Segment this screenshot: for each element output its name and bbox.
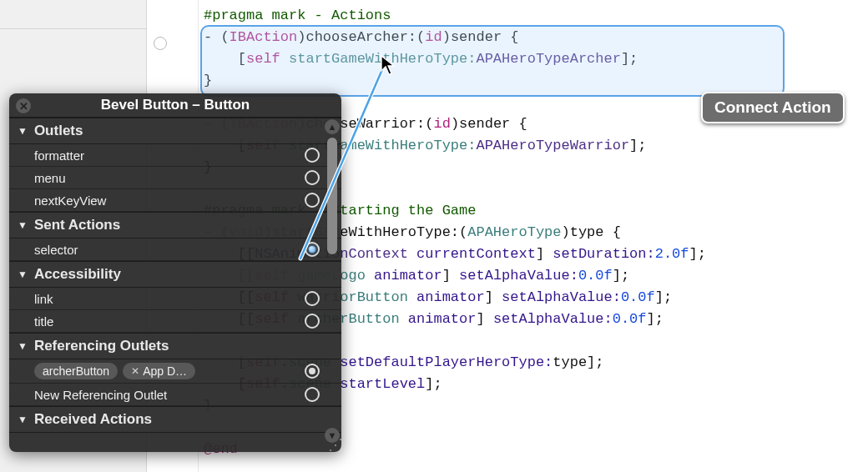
section-label: Accessibility: [34, 266, 121, 283]
connection-well-icon[interactable]: [305, 148, 320, 163]
disclosure-triangle-icon[interactable]: ▼: [18, 414, 28, 425]
ibaction-keyword: IBAction: [230, 29, 298, 45]
outlet-label: nextKeyView: [34, 193, 106, 208]
connection-pill[interactable]: archerButton: [34, 363, 118, 379]
section-label: Outlets: [34, 123, 83, 139]
param: sender {: [451, 29, 519, 45]
sidebar-divider: [0, 28, 146, 29]
connection-well-icon[interactable]: [305, 242, 320, 257]
hud-body: ▼ Outlets formatter menu nextKeyView ▼ S…: [9, 118, 341, 451]
section-referencing-outlets[interactable]: ▼ Referencing Outlets: [9, 333, 341, 359]
param: type {: [570, 224, 621, 240]
number-literal: 0.0f: [621, 289, 655, 305]
arg: type: [553, 354, 587, 370]
connection-well-icon[interactable]: [305, 291, 320, 306]
outlet-label: formatter: [34, 148, 84, 163]
text: ];: [647, 311, 664, 327]
id-keyword: id: [433, 116, 450, 132]
scroll-thumb[interactable]: [327, 138, 337, 254]
type-name: APAHeroType: [467, 224, 561, 240]
param: sender {: [459, 116, 527, 132]
method: setDuration:: [553, 246, 654, 262]
method: animator: [408, 289, 485, 305]
pill-label: archerButton: [43, 364, 109, 378]
method: currentContext: [408, 246, 536, 262]
section-label: Referencing Outlets: [34, 338, 169, 354]
method: startLevel: [331, 376, 425, 392]
scroll-up-icon[interactable]: ▲: [325, 119, 340, 134]
hud-title: Bevel Button – Button: [101, 97, 250, 113]
connection-well-icon[interactable]: [305, 364, 320, 379]
section-label: Received Actions: [34, 411, 152, 428]
referencing-outlet-row[interactable]: New Referencing Outlet: [9, 384, 341, 406]
section-label: Sent Actions: [34, 217, 120, 233]
text: ];: [689, 246, 706, 262]
disclosure-triangle-icon[interactable]: ▼: [18, 219, 28, 231]
text: ];: [613, 268, 629, 284]
connect-action-tooltip: Connect Action: [701, 92, 845, 123]
connection-well-icon[interactable]: [305, 170, 320, 185]
method-call: startGameWithHeroType:: [289, 51, 476, 67]
brace: }: [204, 73, 212, 88]
number-literal: 0.0f: [578, 268, 613, 284]
section-sent-actions[interactable]: ▼ Sent Actions: [9, 212, 341, 239]
connection-well-icon[interactable]: [305, 193, 320, 208]
method: setDefaultPlayerHeroType:: [331, 354, 553, 370]
pragma-comment: #pragma mark - Actions: [204, 8, 391, 23]
outlet-label: menu: [34, 171, 66, 185]
method-name: chooseArcher:: [305, 29, 416, 45]
sent-action-row[interactable]: selector: [9, 239, 341, 261]
text: ];: [587, 354, 603, 370]
remove-icon[interactable]: ✕: [131, 365, 139, 377]
outlet-row[interactable]: formatter: [9, 144, 341, 167]
outlet-label: New Referencing Outlet: [34, 388, 167, 402]
connection-well-icon[interactable]: [154, 37, 167, 50]
method: animator: [400, 311, 477, 327]
close-icon[interactable]: ✕: [16, 98, 31, 113]
connection-well-icon[interactable]: [305, 314, 320, 329]
pill-label: App D…: [143, 364, 187, 378]
text: ]: [476, 311, 492, 327]
disclosure-triangle-icon[interactable]: ▼: [18, 269, 28, 280]
method: setAlphaValue:: [459, 268, 578, 284]
referencing-outlet-row[interactable]: archerButton ✕App D…: [9, 359, 341, 384]
id-keyword: id: [425, 29, 442, 45]
hud-title-bar: ✕ Bevel Button – Button: [9, 93, 341, 118]
connection-well-icon[interactable]: [305, 387, 320, 402]
method: setAlphaValue:: [502, 289, 621, 305]
outlet-row[interactable]: menu: [9, 167, 341, 189]
accessibility-row[interactable]: title: [9, 310, 341, 333]
section-outlets[interactable]: ▼ Outlets: [9, 118, 341, 144]
self-keyword: self: [246, 51, 280, 67]
number-literal: 2.0f: [655, 246, 689, 262]
text: ]: [485, 289, 502, 305]
outlet-row[interactable]: nextKeyView: [9, 189, 341, 212]
section-received-actions[interactable]: ▼ Received Actions: [9, 406, 341, 433]
resize-grip-icon[interactable]: ⋰: [328, 439, 340, 449]
enum-value: APAHeroTypeWarrior: [476, 138, 629, 153]
action-label: selector: [34, 243, 78, 257]
connections-hud[interactable]: ✕ Bevel Button – Button ▼ Outlets format…: [9, 93, 341, 452]
accessibility-row[interactable]: link: [9, 288, 341, 310]
method: animator: [366, 268, 442, 284]
access-label: link: [34, 292, 53, 306]
access-label: title: [34, 314, 53, 329]
disclosure-triangle-icon[interactable]: ▼: [18, 125, 28, 137]
section-accessibility[interactable]: ▼ Accessibility: [9, 261, 341, 288]
text: ]: [442, 268, 459, 284]
text: ];: [655, 289, 672, 305]
enum-value: APAHeroTypeArcher: [476, 51, 620, 67]
connection-pill[interactable]: ✕App D…: [123, 363, 195, 379]
disclosure-triangle-icon[interactable]: ▼: [18, 340, 28, 352]
method: setAlphaValue:: [493, 311, 613, 327]
hud-scrollbar[interactable]: ▲ ▼: [325, 119, 340, 443]
number-literal: 0.0f: [613, 311, 647, 327]
text: ];: [425, 376, 442, 392]
text: ]: [536, 246, 553, 262]
